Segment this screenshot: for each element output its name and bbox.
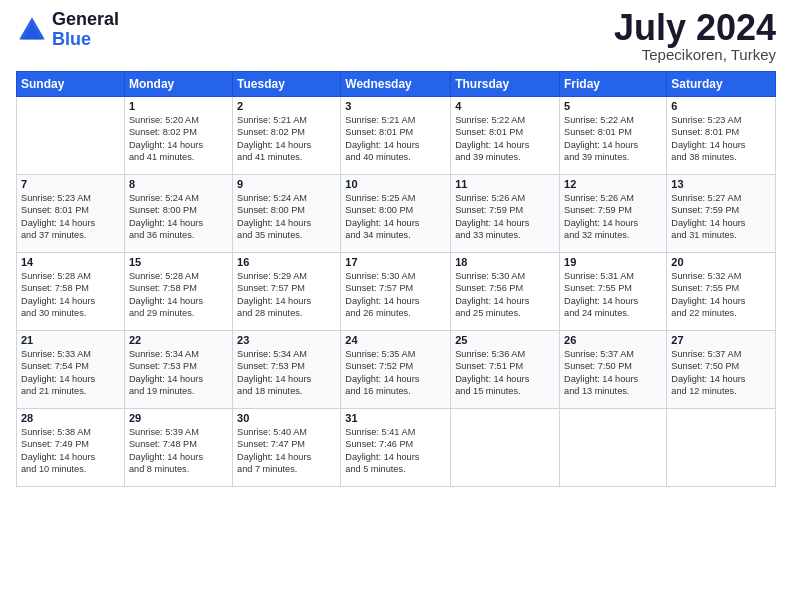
day-info: Sunrise: 5:26 AM Sunset: 7:59 PM Dayligh… [564,192,662,242]
day-number: 23 [237,334,336,346]
day-cell: 1Sunrise: 5:20 AM Sunset: 8:02 PM Daylig… [124,97,232,175]
day-number: 6 [671,100,771,112]
day-number: 22 [129,334,228,346]
day-number: 21 [21,334,120,346]
day-info: Sunrise: 5:31 AM Sunset: 7:55 PM Dayligh… [564,270,662,320]
day-cell: 24Sunrise: 5:35 AM Sunset: 7:52 PM Dayli… [341,331,451,409]
logo-text: General Blue [52,10,119,50]
day-cell: 29Sunrise: 5:39 AM Sunset: 7:48 PM Dayli… [124,409,232,487]
day-info: Sunrise: 5:23 AM Sunset: 8:01 PM Dayligh… [21,192,120,242]
col-monday: Monday [124,72,232,97]
day-info: Sunrise: 5:21 AM Sunset: 8:01 PM Dayligh… [345,114,446,164]
day-info: Sunrise: 5:37 AM Sunset: 7:50 PM Dayligh… [671,348,771,398]
day-cell: 12Sunrise: 5:26 AM Sunset: 7:59 PM Dayli… [560,175,667,253]
day-number: 16 [237,256,336,268]
day-cell: 23Sunrise: 5:34 AM Sunset: 7:53 PM Dayli… [233,331,341,409]
day-info: Sunrise: 5:25 AM Sunset: 8:00 PM Dayligh… [345,192,446,242]
day-info: Sunrise: 5:41 AM Sunset: 7:46 PM Dayligh… [345,426,446,476]
day-cell: 18Sunrise: 5:30 AM Sunset: 7:56 PM Dayli… [451,253,560,331]
day-number: 1 [129,100,228,112]
week-row-3: 14Sunrise: 5:28 AM Sunset: 7:58 PM Dayli… [17,253,776,331]
day-cell: 6Sunrise: 5:23 AM Sunset: 8:01 PM Daylig… [667,97,776,175]
day-number: 30 [237,412,336,424]
day-number: 11 [455,178,555,190]
day-info: Sunrise: 5:34 AM Sunset: 7:53 PM Dayligh… [237,348,336,398]
location-subtitle: Tepecikoren, Turkey [614,46,776,63]
day-info: Sunrise: 5:34 AM Sunset: 7:53 PM Dayligh… [129,348,228,398]
calendar-table: Sunday Monday Tuesday Wednesday Thursday… [16,71,776,487]
day-number: 10 [345,178,446,190]
day-number: 13 [671,178,771,190]
day-info: Sunrise: 5:23 AM Sunset: 8:01 PM Dayligh… [671,114,771,164]
day-info: Sunrise: 5:22 AM Sunset: 8:01 PM Dayligh… [455,114,555,164]
col-friday: Friday [560,72,667,97]
logo: General Blue [16,10,119,50]
day-cell: 9Sunrise: 5:24 AM Sunset: 8:00 PM Daylig… [233,175,341,253]
day-number: 7 [21,178,120,190]
day-info: Sunrise: 5:33 AM Sunset: 7:54 PM Dayligh… [21,348,120,398]
day-cell: 13Sunrise: 5:27 AM Sunset: 7:59 PM Dayli… [667,175,776,253]
calendar-body: 1Sunrise: 5:20 AM Sunset: 8:02 PM Daylig… [17,97,776,487]
day-number: 25 [455,334,555,346]
week-row-2: 7Sunrise: 5:23 AM Sunset: 8:01 PM Daylig… [17,175,776,253]
day-cell: 16Sunrise: 5:29 AM Sunset: 7:57 PM Dayli… [233,253,341,331]
day-cell: 14Sunrise: 5:28 AM Sunset: 7:58 PM Dayli… [17,253,125,331]
day-info: Sunrise: 5:26 AM Sunset: 7:59 PM Dayligh… [455,192,555,242]
title-block: July 2024 Tepecikoren, Turkey [614,10,776,63]
day-cell: 4Sunrise: 5:22 AM Sunset: 8:01 PM Daylig… [451,97,560,175]
col-wednesday: Wednesday [341,72,451,97]
day-cell: 19Sunrise: 5:31 AM Sunset: 7:55 PM Dayli… [560,253,667,331]
logo-blue: Blue [52,29,91,49]
day-number: 29 [129,412,228,424]
day-info: Sunrise: 5:30 AM Sunset: 7:57 PM Dayligh… [345,270,446,320]
day-number: 8 [129,178,228,190]
day-cell: 26Sunrise: 5:37 AM Sunset: 7:50 PM Dayli… [560,331,667,409]
day-info: Sunrise: 5:24 AM Sunset: 8:00 PM Dayligh… [129,192,228,242]
day-info: Sunrise: 5:24 AM Sunset: 8:00 PM Dayligh… [237,192,336,242]
day-number: 2 [237,100,336,112]
day-number: 3 [345,100,446,112]
col-saturday: Saturday [667,72,776,97]
day-cell: 30Sunrise: 5:40 AM Sunset: 7:47 PM Dayli… [233,409,341,487]
day-cell: 15Sunrise: 5:28 AM Sunset: 7:58 PM Dayli… [124,253,232,331]
day-number: 31 [345,412,446,424]
day-cell: 8Sunrise: 5:24 AM Sunset: 8:00 PM Daylig… [124,175,232,253]
day-cell: 2Sunrise: 5:21 AM Sunset: 8:02 PM Daylig… [233,97,341,175]
day-cell [451,409,560,487]
day-cell: 10Sunrise: 5:25 AM Sunset: 8:00 PM Dayli… [341,175,451,253]
month-title: July 2024 [614,10,776,46]
day-info: Sunrise: 5:28 AM Sunset: 7:58 PM Dayligh… [129,270,228,320]
day-info: Sunrise: 5:39 AM Sunset: 7:48 PM Dayligh… [129,426,228,476]
day-info: Sunrise: 5:30 AM Sunset: 7:56 PM Dayligh… [455,270,555,320]
day-cell: 3Sunrise: 5:21 AM Sunset: 8:01 PM Daylig… [341,97,451,175]
day-cell [560,409,667,487]
col-thursday: Thursday [451,72,560,97]
day-info: Sunrise: 5:28 AM Sunset: 7:58 PM Dayligh… [21,270,120,320]
day-info: Sunrise: 5:38 AM Sunset: 7:49 PM Dayligh… [21,426,120,476]
day-cell: 21Sunrise: 5:33 AM Sunset: 7:54 PM Dayli… [17,331,125,409]
day-number: 17 [345,256,446,268]
page: General Blue July 2024 Tepecikoren, Turk… [0,0,792,612]
day-number: 4 [455,100,555,112]
day-cell: 31Sunrise: 5:41 AM Sunset: 7:46 PM Dayli… [341,409,451,487]
day-number: 19 [564,256,662,268]
day-number: 14 [21,256,120,268]
day-info: Sunrise: 5:35 AM Sunset: 7:52 PM Dayligh… [345,348,446,398]
week-row-5: 28Sunrise: 5:38 AM Sunset: 7:49 PM Dayli… [17,409,776,487]
day-info: Sunrise: 5:36 AM Sunset: 7:51 PM Dayligh… [455,348,555,398]
day-info: Sunrise: 5:20 AM Sunset: 8:02 PM Dayligh… [129,114,228,164]
week-row-4: 21Sunrise: 5:33 AM Sunset: 7:54 PM Dayli… [17,331,776,409]
day-cell: 17Sunrise: 5:30 AM Sunset: 7:57 PM Dayli… [341,253,451,331]
day-number: 28 [21,412,120,424]
day-number: 18 [455,256,555,268]
day-number: 26 [564,334,662,346]
day-number: 15 [129,256,228,268]
day-cell: 28Sunrise: 5:38 AM Sunset: 7:49 PM Dayli… [17,409,125,487]
col-tuesday: Tuesday [233,72,341,97]
day-cell: 5Sunrise: 5:22 AM Sunset: 8:01 PM Daylig… [560,97,667,175]
day-info: Sunrise: 5:37 AM Sunset: 7:50 PM Dayligh… [564,348,662,398]
day-cell: 7Sunrise: 5:23 AM Sunset: 8:01 PM Daylig… [17,175,125,253]
day-info: Sunrise: 5:29 AM Sunset: 7:57 PM Dayligh… [237,270,336,320]
logo-icon [16,14,48,46]
day-cell [17,97,125,175]
